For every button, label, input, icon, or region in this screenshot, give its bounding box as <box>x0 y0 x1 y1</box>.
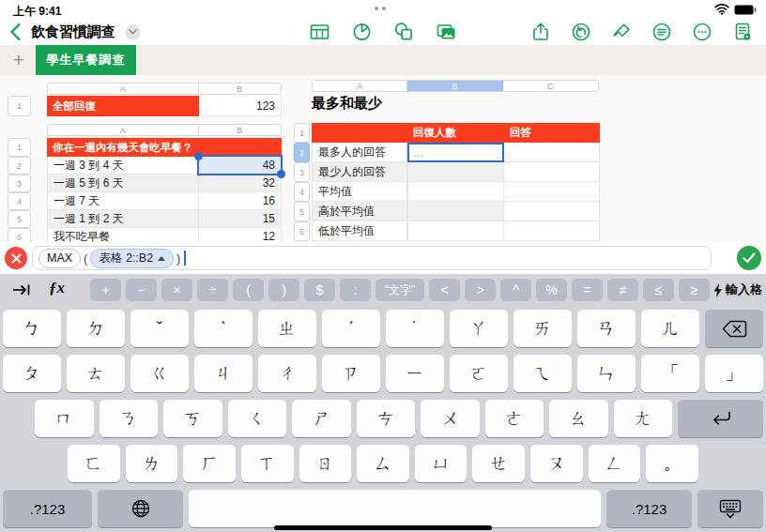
key-ㄦ[interactable]: ㄦ <box>641 310 699 347</box>
media-icon[interactable] <box>437 22 457 42</box>
key-ㄟ[interactable]: ㄟ <box>513 355 572 392</box>
key-」[interactable]: 」 <box>705 355 763 392</box>
tab-to-cell-icon[interactable] <box>11 281 32 299</box>
row-number[interactable]: 6 <box>8 228 31 242</box>
row-number[interactable]: 3 <box>8 175 31 192</box>
key-ㄚ[interactable]: ㄚ <box>450 310 508 347</box>
shapes-icon[interactable] <box>394 22 415 42</box>
more-icon[interactable] <box>692 22 712 42</box>
cell-reference-token[interactable]: 表格 2::B2 <box>90 249 174 268</box>
undo-icon[interactable] <box>571 22 591 42</box>
formula-symbol-key[interactable]: = <box>572 279 603 301</box>
key-ㄜ[interactable]: ㄜ <box>485 400 544 437</box>
key-。[interactable]: 。 <box>646 445 698 482</box>
cell-value[interactable]: 12 <box>199 228 282 242</box>
space-key[interactable] <box>189 490 601 527</box>
formula-symbol-key[interactable]: % <box>536 279 567 301</box>
cell-label[interactable]: 一週 1 到 2 天 <box>47 210 199 228</box>
formula-symbol-key[interactable]: ≠ <box>607 279 638 301</box>
key-ˇ[interactable]: ˇ <box>130 310 189 347</box>
key-ㄡ[interactable]: ㄡ <box>530 445 583 482</box>
key-ㄛ[interactable]: ㄛ <box>450 355 508 392</box>
cell-c[interactable] <box>504 182 600 202</box>
key-˙[interactable]: ˙ <box>386 310 444 347</box>
column-header[interactable]: B <box>199 125 281 135</box>
key-ㄈ[interactable]: ㄈ <box>68 445 120 482</box>
format-brush-icon[interactable] <box>611 22 632 42</box>
cell-label[interactable]: 低於平均值 <box>312 221 407 241</box>
header-cell[interactable]: 回復人數 <box>407 123 504 143</box>
formula-symbol-key[interactable]: ≤ <box>643 279 674 301</box>
formula-symbol-key[interactable]: $ <box>304 279 335 301</box>
chart-icon[interactable] <box>352 22 373 42</box>
share-icon[interactable] <box>530 22 551 42</box>
confirm-formula-button[interactable] <box>737 246 761 270</box>
cell-c[interactable] <box>504 143 600 162</box>
formula-symbol-key[interactable]: − <box>126 279 157 301</box>
key-ㄍ[interactable]: ㄍ <box>130 355 189 392</box>
row-number[interactable]: 1 <box>8 138 31 157</box>
formula-symbol-key[interactable]: ≥ <box>679 279 710 301</box>
multitasking-indicator-icon[interactable] <box>375 7 386 10</box>
key-ㄕ[interactable]: ㄕ <box>292 400 351 437</box>
formula-symbol-key[interactable]: ( <box>233 279 264 301</box>
key-ㄖ[interactable]: ㄖ <box>299 445 352 482</box>
document-menu-button[interactable] <box>125 24 141 40</box>
key-ㄨ[interactable]: ㄨ <box>421 400 480 437</box>
key-ㄗ[interactable]: ㄗ <box>322 355 380 392</box>
numbers-key-right[interactable]: .?123 <box>606 490 692 527</box>
document-icon[interactable] <box>732 22 753 42</box>
key-ㄓ[interactable]: ㄓ <box>258 310 316 347</box>
functions-button[interactable]: ƒx <box>49 279 65 297</box>
key-ㄠ[interactable]: ㄠ <box>549 400 608 437</box>
cell-c[interactable] <box>504 221 600 241</box>
cell-label[interactable]: 我不吃早餐 <box>47 228 199 242</box>
cell-label[interactable]: 最少人的回答 <box>312 162 407 182</box>
cell-selection[interactable] <box>197 155 283 175</box>
key-ㄝ[interactable]: ㄝ <box>472 445 525 482</box>
row-number[interactable]: 5 <box>294 202 310 221</box>
backspace-key[interactable] <box>705 310 763 347</box>
home-indicator[interactable] <box>274 525 492 530</box>
cell-label[interactable]: 高於平均值 <box>312 202 407 221</box>
key-ㄞ[interactable]: ㄞ <box>513 310 572 347</box>
return-key[interactable] <box>678 400 763 437</box>
key-ㄔ[interactable]: ㄔ <box>258 355 316 392</box>
add-sheet-button[interactable]: + <box>8 49 29 71</box>
dismiss-keyboard-key[interactable] <box>697 490 763 527</box>
row-number[interactable]: 4 <box>294 182 310 202</box>
cell-editing[interactable]: ... <box>407 143 504 162</box>
key-ㄐ[interactable]: ㄐ <box>194 355 253 392</box>
sheet-tab-active[interactable]: 學生早餐調查 <box>36 45 136 75</box>
cell-b[interactable] <box>407 182 504 202</box>
key-ㄇ[interactable]: ㄇ <box>35 400 94 437</box>
key-ㄋ[interactable]: ㄋ <box>100 400 159 437</box>
cell-label[interactable]: 一週 5 到 6 天 <box>47 175 199 192</box>
cell-label[interactable]: 一週 7 天 <box>47 192 199 210</box>
key-「[interactable]: 「 <box>641 355 699 392</box>
column-header[interactable]: A <box>48 125 199 135</box>
row-number[interactable]: 3 <box>294 162 310 182</box>
formula-symbol-key[interactable]: + <box>90 279 121 301</box>
cell-b[interactable] <box>407 202 504 221</box>
key-ㄙ[interactable]: ㄙ <box>357 445 409 482</box>
row-number[interactable]: 1 <box>8 96 31 116</box>
key-ㄅ[interactable]: ㄅ <box>3 310 61 347</box>
column-header[interactable]: C <box>503 81 598 91</box>
key-ㄣ[interactable]: ㄣ <box>577 355 636 392</box>
formula-symbol-key[interactable]: ^ <box>500 279 531 301</box>
formula-symbol-key[interactable]: : <box>340 279 371 301</box>
spreadsheet-canvas[interactable]: A B 1 全部回復 123 A B 1 你在一週內有幾天會吃早餐？ 2一週 3… <box>0 75 766 242</box>
cell-value[interactable]: 15 <box>199 210 282 228</box>
formula-symbol-key[interactable]: "文字" <box>375 279 424 301</box>
header-cell-empty[interactable] <box>312 123 407 143</box>
formula-symbol-key[interactable]: < <box>429 279 460 301</box>
cell-label[interactable]: 一週 3 到 4 天 <box>47 157 199 175</box>
formula-symbol-key[interactable]: > <box>465 279 496 301</box>
cell-label[interactable]: 全部回復 <box>47 96 199 116</box>
formula-symbol-key[interactable]: × <box>161 279 192 301</box>
column-header[interactable]: B <box>199 84 281 94</box>
formula-input[interactable]: MAX ( 表格 2::B2 ) <box>32 246 712 270</box>
key-ㄒ[interactable]: ㄒ <box>241 445 294 482</box>
table3-title[interactable]: 最多和最少 <box>312 95 382 113</box>
